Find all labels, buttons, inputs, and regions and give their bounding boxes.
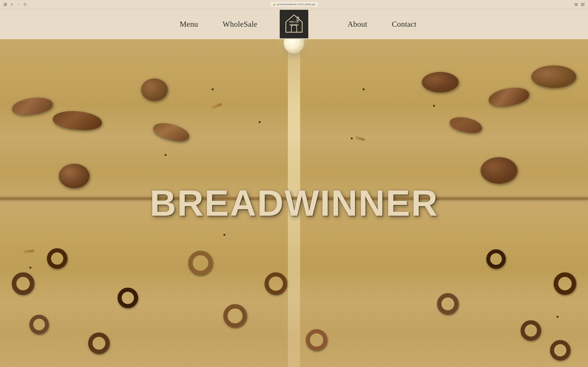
nav-right: About Contact	[347, 20, 416, 29]
bagel-right-4	[437, 293, 458, 315]
bagel-1	[12, 272, 34, 295]
bagel-right-3	[486, 249, 506, 269]
back-button[interactable]	[10, 2, 14, 7]
site-logo[interactable]: BREAD WINNER	[280, 10, 308, 38]
svg-rect-4	[581, 3, 582, 6]
bagel-3	[29, 315, 49, 334]
browser-nav-controls	[3, 2, 27, 7]
peg-hole-10	[557, 316, 559, 318]
forward-button[interactable]	[16, 2, 20, 7]
bagel-right-1	[554, 272, 576, 295]
bagel-right-2	[521, 320, 541, 341]
bread-round-5	[481, 157, 517, 184]
bagel-center-2	[223, 304, 247, 328]
bagel-4	[88, 333, 110, 354]
svg-rect-3	[576, 3, 577, 6]
bread-round-2	[422, 72, 458, 92]
bagel-right-5	[550, 340, 571, 360]
nav-about-link[interactable]: About	[347, 20, 367, 29]
nav-left: Menu WholeSale	[180, 20, 257, 29]
hero-title: BREADWINNER	[150, 185, 438, 221]
svg-rect-0	[4, 3, 5, 6]
bagel-5	[118, 288, 138, 308]
nav-wholesale-link[interactable]: WholeSale	[223, 20, 257, 29]
bagel-2	[47, 248, 67, 269]
reader-view-button[interactable]	[574, 2, 578, 7]
browser-toolbar: 🔒 profound-madeleine-221fcc.netlify.app	[0, 0, 588, 9]
svg-rect-1	[6, 3, 7, 6]
svg-rect-2	[575, 3, 576, 6]
reload-button[interactable]	[23, 2, 27, 7]
bread-round-4	[59, 164, 89, 188]
bagel-center-3	[265, 272, 287, 295]
split-view-button[interactable]	[581, 2, 585, 7]
svg-text:WINNER: WINNER	[289, 24, 299, 26]
lock-icon: 🔒	[273, 3, 276, 6]
peg-hole-1	[212, 88, 214, 90]
browser-right-controls	[574, 2, 585, 7]
bread-round-3	[531, 66, 576, 88]
peg-hole-9	[29, 267, 31, 269]
nav-links: Menu WholeSale BREAD WINNER About Contac…	[151, 10, 437, 38]
peg-hole-3	[363, 88, 365, 90]
bagel-center-1	[188, 251, 213, 275]
hero-section: BREADWINNER	[0, 39, 588, 367]
bread-round-1	[141, 78, 168, 101]
sidebar-toggle-button[interactable]	[3, 2, 7, 7]
svg-rect-5	[583, 3, 584, 6]
nav-contact-link[interactable]: Contact	[392, 20, 416, 29]
address-bar[interactable]: 🔒 profound-madeleine-221fcc.netlify.app	[270, 2, 318, 7]
main-nav: Menu WholeSale BREAD WINNER About Contac…	[0, 9, 588, 39]
nav-menu-link[interactable]: Menu	[180, 20, 198, 29]
url-text: profound-madeleine-221fcc.netlify.app	[277, 3, 315, 6]
peg-hole-8	[433, 105, 435, 107]
bagel-center-4	[306, 329, 327, 351]
